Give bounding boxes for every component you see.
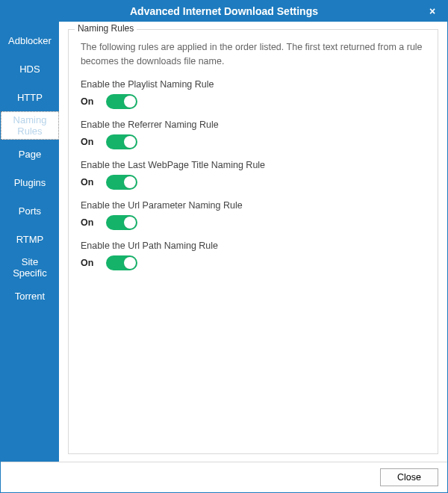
rule-label: Enable the Last WebPage Title Naming Rul… [81, 160, 426, 170]
sidebar-item-http[interactable]: HTTP [1, 83, 59, 111]
sidebar-item-label: RTMP [16, 234, 44, 245]
sidebar-item-torrent[interactable]: Torrent [1, 282, 59, 310]
toggle-state-text: On [81, 258, 99, 268]
sidebar-item-label: Site Specific [4, 256, 56, 279]
rule-label: Enable the Url Path Naming Rule [81, 241, 426, 251]
toggle-row: On [81, 94, 426, 109]
toggle-state-text: On [81, 177, 99, 187]
toggle-state-text: On [81, 96, 99, 107]
toggle-url-parameter[interactable] [106, 215, 137, 230]
sidebar-item-label: Page [19, 149, 41, 160]
group-description: The following rules are applied in the o… [81, 40, 426, 69]
content-area: Naming Rules The following rules are app… [59, 22, 447, 462]
rule-label: Enable the Referrer Naming Rule [81, 120, 426, 130]
sidebar-item-label: Torrent [15, 291, 45, 302]
sidebar-item-ports[interactable]: Ports [1, 196, 59, 225]
rule-webpage-title: Enable the Last WebPage Title Naming Rul… [81, 160, 426, 190]
rule-url-path: Enable the Url Path Naming Rule On [81, 241, 426, 270]
toggle-row: On [81, 215, 426, 230]
toggle-state-text: On [81, 217, 99, 228]
toggle-row: On [81, 134, 426, 149]
close-button[interactable]: Close [380, 468, 438, 486]
toggle-referrer[interactable] [106, 134, 137, 149]
sidebar-item-label: Adblocker [8, 35, 52, 46]
sidebar-item-label: Ports [19, 205, 41, 217]
sidebar-item-label: HDS [19, 63, 40, 75]
toggle-state-text: On [81, 137, 99, 147]
toggle-knob [124, 257, 136, 269]
toggle-playlist[interactable] [106, 94, 137, 109]
sidebar-item-label: HTTP [17, 92, 43, 103]
window-title: Advanced Internet Download Settings [130, 5, 318, 17]
sidebar-item-label: Naming Rules [4, 114, 55, 137]
footer: Close [1, 462, 447, 492]
sidebar-item-hds[interactable]: HDS [1, 55, 59, 83]
sidebar-item-adblocker[interactable]: Adblocker [1, 26, 59, 55]
rule-playlist: Enable the Playlist Naming Rule On [81, 79, 426, 109]
naming-rules-group: Naming Rules The following rules are app… [68, 29, 438, 454]
toggle-webpage-title[interactable] [106, 175, 137, 190]
toggle-row: On [81, 255, 426, 270]
group-title: Naming Rules [75, 23, 137, 34]
close-icon[interactable]: × [423, 1, 441, 22]
titlebar: Advanced Internet Download Settings × [1, 1, 447, 22]
rule-label: Enable the Url Parameter Naming Rule [81, 200, 426, 211]
toggle-knob [124, 136, 136, 148]
window-body: Adblocker HDS HTTP Naming Rules Page Plu… [1, 22, 447, 462]
toggle-knob [124, 96, 136, 108]
rule-label: Enable the Playlist Naming Rule [81, 79, 426, 90]
sidebar-item-page[interactable]: Page [1, 140, 59, 168]
sidebar-item-rtmp[interactable]: RTMP [1, 225, 59, 253]
sidebar-item-site-specific[interactable]: Site Specific [1, 253, 59, 282]
sidebar: Adblocker HDS HTTP Naming Rules Page Plu… [1, 22, 59, 462]
sidebar-item-plugins[interactable]: Plugins [1, 168, 59, 196]
rule-referrer: Enable the Referrer Naming Rule On [81, 120, 426, 149]
toggle-url-path[interactable] [106, 255, 137, 270]
sidebar-item-naming-rules[interactable]: Naming Rules [1, 111, 59, 140]
settings-window: Advanced Internet Download Settings × Ad… [0, 0, 448, 493]
sidebar-item-label: Plugins [14, 177, 46, 188]
toggle-knob [124, 217, 136, 229]
toggle-knob [124, 176, 136, 188]
toggle-row: On [81, 175, 426, 190]
rule-url-parameter: Enable the Url Parameter Naming Rule On [81, 200, 426, 230]
